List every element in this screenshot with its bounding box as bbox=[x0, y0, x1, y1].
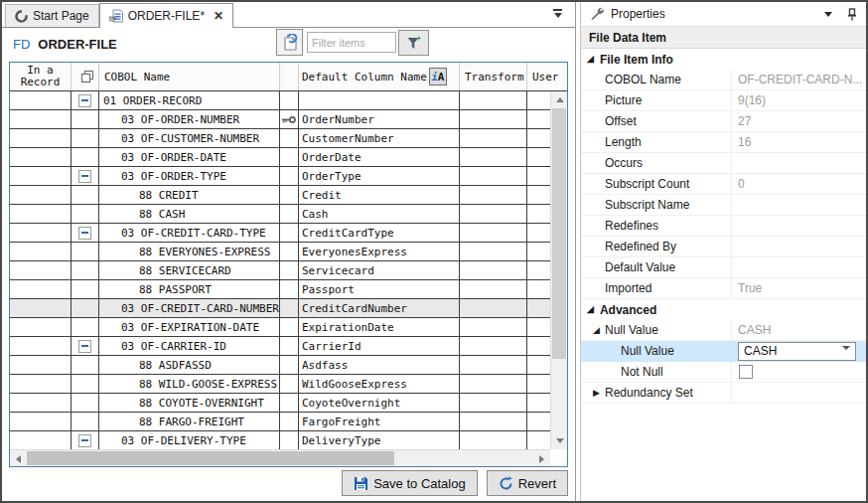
user-cell[interactable] bbox=[527, 205, 550, 223]
revert-button[interactable]: Revert bbox=[487, 470, 568, 496]
horizontal-scroll-thumb[interactable] bbox=[27, 451, 394, 465]
close-tab-icon[interactable]: ✕ bbox=[214, 9, 223, 23]
collapse-expander-icon[interactable] bbox=[78, 170, 91, 183]
in-a-record-cell[interactable] bbox=[10, 431, 72, 449]
column-header-in-a-record[interactable]: In aRecord bbox=[10, 63, 72, 90]
tab-start-page[interactable]: Start Page bbox=[5, 4, 99, 27]
user-cell[interactable] bbox=[527, 394, 550, 412]
transform-cell[interactable] bbox=[460, 110, 527, 128]
grid-row[interactable]: 03 OF-CREDIT-CARD-NUMBERCreditCardNumber bbox=[10, 299, 550, 318]
tab-order-file[interactable]: DBF ORDER-FILE* ✕ bbox=[99, 3, 233, 28]
in-a-record-cell[interactable] bbox=[10, 91, 72, 109]
row-collapsed-icon[interactable]: ▶ bbox=[593, 389, 600, 398]
transform-cell[interactable] bbox=[460, 148, 527, 166]
default-column-name-cell[interactable]: EveryonesExpress bbox=[299, 243, 460, 260]
column-header-user[interactable]: User bbox=[527, 63, 567, 90]
cobol-name-cell[interactable]: 88 CASH bbox=[99, 205, 280, 223]
property-row[interactable]: Redefines bbox=[581, 216, 866, 237]
in-a-record-cell[interactable] bbox=[10, 356, 72, 374]
user-cell[interactable] bbox=[527, 261, 550, 279]
transform-cell[interactable] bbox=[460, 261, 527, 279]
transform-cell[interactable] bbox=[460, 431, 527, 449]
grid-row[interactable]: 88 PASSPORTPassport bbox=[10, 280, 550, 299]
grid-row[interactable]: 03 OF-CARRIER-IDCarrierId bbox=[10, 337, 550, 356]
cobol-name-cell[interactable]: 88 WILD-GOOSE-EXPRESS bbox=[99, 375, 280, 393]
grid-row[interactable]: 03 OF-CUSTOMER-NUMBERCustomerNumber bbox=[10, 129, 550, 148]
property-row[interactable]: Null ValueCASH bbox=[581, 341, 866, 362]
cobol-name-cell[interactable]: 03 OF-EXPIRATION-DATE bbox=[99, 318, 280, 336]
default-column-name-cell[interactable]: CreditCardType bbox=[299, 224, 460, 242]
transform-cell[interactable] bbox=[460, 91, 527, 109]
property-row[interactable]: Default Value bbox=[581, 257, 866, 278]
transform-cell[interactable] bbox=[460, 205, 527, 223]
user-cell[interactable] bbox=[527, 224, 550, 242]
user-cell[interactable] bbox=[527, 280, 550, 298]
null-value-dropdown[interactable]: CASH bbox=[738, 342, 856, 361]
properties-menu-icon[interactable] bbox=[824, 12, 832, 17]
user-cell[interactable] bbox=[527, 91, 550, 109]
cobol-name-cell[interactable]: 88 FARGO-FREIGHT bbox=[99, 413, 280, 430]
user-cell[interactable] bbox=[527, 413, 550, 430]
default-column-name-cell[interactable]: Servicecard bbox=[299, 261, 460, 279]
cobol-name-cell[interactable]: 88 ASDFASSD bbox=[99, 356, 280, 374]
grid-row[interactable]: 88 ASDFASSDAsdfass bbox=[10, 356, 550, 375]
refresh-schema-button[interactable] bbox=[276, 29, 303, 56]
user-cell[interactable] bbox=[527, 318, 550, 336]
in-a-record-cell[interactable] bbox=[10, 394, 72, 412]
default-column-name-cell[interactable]: Credit bbox=[299, 186, 460, 204]
grid-row[interactable]: 88 SERVICECARDServicecard bbox=[10, 261, 550, 280]
in-a-record-cell[interactable] bbox=[10, 110, 72, 128]
user-cell[interactable] bbox=[527, 129, 550, 147]
row-expanded-icon[interactable]: ◢ bbox=[593, 326, 600, 335]
transform-cell[interactable] bbox=[460, 413, 527, 430]
transform-cell[interactable] bbox=[460, 356, 527, 374]
not-null-checkbox[interactable] bbox=[739, 365, 753, 379]
transform-cell[interactable] bbox=[460, 129, 527, 147]
default-column-name-cell[interactable]: Passport bbox=[299, 280, 460, 298]
tab-list-icon[interactable] bbox=[552, 9, 563, 19]
grid-row[interactable]: 88 CREDITCredit bbox=[10, 186, 550, 205]
property-value[interactable] bbox=[732, 362, 866, 382]
grid-row[interactable]: 03 OF-ORDER-TYPEOrderType bbox=[10, 167, 550, 186]
cobol-name-cell[interactable]: 03 OF-CREDIT-CARD-NUMBER bbox=[99, 299, 280, 317]
in-a-record-cell[interactable] bbox=[10, 337, 72, 355]
property-row[interactable]: Occurs bbox=[581, 153, 866, 174]
grid-row[interactable]: 03 OF-DELIVERY-TYPEDeliveryType bbox=[10, 431, 550, 449]
user-cell[interactable] bbox=[527, 431, 550, 449]
collapse-expander-icon[interactable] bbox=[78, 227, 91, 240]
cobol-name-cell[interactable]: 03 OF-CUSTOMER-NUMBER bbox=[99, 129, 280, 147]
grid-row[interactable]: 03 OF-ORDER-NUMBER OrderNumber bbox=[10, 110, 550, 129]
transform-cell[interactable] bbox=[460, 224, 527, 242]
default-column-name-cell[interactable]: CreditCardNumber bbox=[299, 299, 460, 317]
in-a-record-cell[interactable] bbox=[10, 186, 72, 204]
horizontal-scrollbar[interactable] bbox=[10, 449, 550, 466]
transform-cell[interactable] bbox=[460, 186, 527, 204]
in-a-record-cell[interactable] bbox=[10, 318, 72, 336]
property-section-header[interactable]: ◢File Item Info bbox=[581, 49, 866, 70]
user-cell[interactable] bbox=[527, 186, 550, 204]
property-row[interactable]: Subscript Name bbox=[581, 195, 866, 216]
property-row[interactable]: Not Null bbox=[581, 362, 866, 383]
cobol-name-cell[interactable]: 88 SERVICECARD bbox=[99, 261, 280, 279]
transform-cell[interactable] bbox=[460, 299, 527, 317]
scroll-down-icon[interactable] bbox=[551, 432, 568, 449]
in-a-record-cell[interactable] bbox=[10, 205, 72, 223]
default-column-name-cell[interactable]: ExpirationDate bbox=[299, 318, 460, 336]
default-column-name-cell[interactable]: FargoFreight bbox=[299, 413, 460, 430]
grid-row[interactable]: 03 OF-EXPIRATION-DATEExpirationDate bbox=[10, 318, 550, 337]
vertical-scrollbar[interactable] bbox=[550, 91, 567, 449]
column-header-default-column-name[interactable]: Default Column Name iA bbox=[299, 63, 460, 90]
transform-cell[interactable] bbox=[460, 243, 527, 260]
property-row[interactable]: ▶Redundancy Set bbox=[581, 383, 866, 404]
default-column-name-cell[interactable]: DeliveryType bbox=[299, 431, 460, 449]
default-column-name-cell[interactable]: Asdfass bbox=[299, 356, 460, 374]
grid-row[interactable]: 88 EVERYONES-EXPRESSEveryonesExpress bbox=[10, 243, 550, 261]
in-a-record-cell[interactable] bbox=[10, 224, 72, 242]
cobol-name-cell[interactable]: 03 OF-CARRIER-ID bbox=[99, 337, 280, 355]
property-row[interactable]: ◢Null ValueCASH bbox=[581, 320, 866, 341]
user-cell[interactable] bbox=[527, 337, 550, 355]
cobol-name-cell[interactable]: 03 OF-ORDER-NUMBER bbox=[99, 110, 280, 128]
grid-row[interactable]: 88 WILD-GOOSE-EXPRESSWildGooseExpress bbox=[10, 375, 550, 394]
property-value[interactable]: CASH bbox=[732, 341, 866, 361]
default-column-name-cell[interactable]: Cash bbox=[299, 205, 460, 223]
